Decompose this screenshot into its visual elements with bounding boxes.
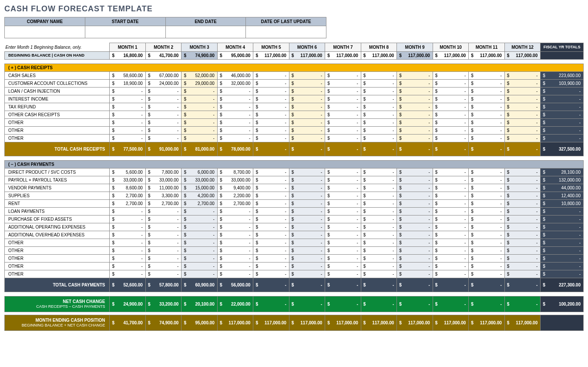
money-cell[interactable]: $2,700.00 [110,192,145,199]
money-cell[interactable]: $- [433,134,468,142]
money-cell[interactable]: $- [253,207,289,215]
money-cell[interactable]: $2,700.00 [181,199,217,207]
money-cell[interactable]: $- [325,95,361,103]
money-cell[interactable]: $- [217,207,253,215]
money-cell[interactable]: $- [541,215,584,223]
money-cell[interactable]: $- [110,118,145,126]
money-cell[interactable]: $- [217,87,253,95]
money-cell[interactable]: $- [397,118,433,126]
money-cell[interactable]: $- [181,270,217,278]
money-cell[interactable]: $- [253,296,289,312]
money-cell[interactable]: $- [504,118,540,126]
money-cell[interactable]: $9,400.00 [217,184,253,192]
money-cell[interactable]: $- [504,262,540,270]
money-cell[interactable]: $- [289,296,325,312]
money-cell[interactable]: $- [325,111,361,118]
money-cell[interactable]: $- [541,254,584,262]
money-cell[interactable]: $- [504,103,540,111]
money-cell[interactable]: $- [541,239,584,246]
money-cell[interactable]: $- [433,223,468,231]
money-cell[interactable]: $- [433,103,468,111]
money-cell[interactable]: $- [397,111,433,118]
money-cell[interactable]: $- [253,231,289,239]
money-cell[interactable]: $81,000.00 [181,142,217,156]
money-cell[interactable]: $7,800.00 [145,168,181,176]
money-cell[interactable]: $- [253,111,289,118]
money-cell[interactable]: $- [361,278,396,292]
money-cell[interactable]: $327,500.00 [541,142,584,156]
money-cell[interactable]: $- [110,254,145,262]
money-cell[interactable]: $- [361,231,396,239]
money-cell[interactable]: $- [145,231,181,239]
meta-cell[interactable] [246,26,326,38]
money-cell[interactable]: $- [469,71,504,79]
money-cell[interactable]: $18,900.00 [110,79,145,87]
money-cell[interactable]: $44,000.00 [541,184,584,192]
money-cell[interactable]: $52,600.00 [110,278,145,292]
money-cell[interactable]: $- [325,79,361,87]
money-cell[interactable]: $24,000.00 [145,79,181,87]
money-cell[interactable]: $- [541,111,584,118]
money-cell[interactable]: $- [217,223,253,231]
money-cell[interactable]: $- [361,223,396,231]
money-cell[interactable]: $117,000.00 [217,315,253,330]
money-cell[interactable]: $- [541,270,584,278]
money-cell[interactable]: $- [433,87,468,95]
money-cell[interactable]: $- [253,126,289,134]
money-cell[interactable]: $- [469,231,504,239]
money-cell[interactable]: $- [397,79,433,87]
money-cell[interactable]: $- [504,199,540,207]
money-cell[interactable]: $- [469,254,504,262]
money-cell[interactable]: $- [110,231,145,239]
money-cell[interactable]: $- [253,239,289,246]
money-cell[interactable]: $58,600.00 [110,71,145,79]
money-cell[interactable]: $- [361,246,396,254]
money-cell[interactable]: $- [181,215,217,223]
money-cell[interactable]: $33,000.00 [110,176,145,184]
money-cell[interactable]: $- [253,270,289,278]
money-cell[interactable]: $- [541,262,584,270]
money-cell[interactable]: $- [217,239,253,246]
money-cell[interactable]: $- [325,296,361,312]
money-cell[interactable]: $- [145,246,181,254]
money-cell[interactable]: $- [361,215,396,223]
money-cell[interactable]: $- [217,95,253,103]
money-cell[interactable]: $95,000.00 [181,315,217,330]
money-cell[interactable]: $117,000.00 [253,315,289,330]
money-cell[interactable]: $- [541,103,584,111]
money-cell[interactable]: $- [289,192,325,199]
money-cell[interactable]: $- [289,95,325,103]
money-cell[interactable]: $- [433,199,468,207]
money-cell[interactable]: $- [181,231,217,239]
money-cell[interactable]: $117,000.00 [325,51,361,59]
money-cell[interactable]: $117,000.00 [397,315,433,330]
money-cell[interactable]: $117,000.00 [504,315,540,330]
money-cell[interactable]: $- [433,168,468,176]
money-cell[interactable]: $- [253,134,289,142]
money-cell[interactable]: $- [504,246,540,254]
money-cell[interactable]: $132,000.00 [541,176,584,184]
money-cell[interactable]: $33,200.00 [145,296,181,312]
money-cell[interactable]: $- [361,111,396,118]
money-cell[interactable]: $- [397,223,433,231]
money-cell[interactable]: $- [397,134,433,142]
money-cell[interactable]: $11,000.00 [145,184,181,192]
money-cell[interactable]: $100,200.00 [541,296,584,312]
money-cell[interactable]: $- [361,254,396,262]
money-cell[interactable]: $- [469,87,504,95]
money-cell[interactable]: $- [361,239,396,246]
money-cell[interactable]: $- [361,207,396,215]
money-cell[interactable]: $117,000.00 [289,315,325,330]
money-cell[interactable]: $- [253,87,289,95]
money-cell[interactable]: $- [145,254,181,262]
money-cell[interactable]: $- [469,176,504,184]
money-cell[interactable]: $- [433,176,468,184]
money-cell[interactable]: $- [253,199,289,207]
money-cell[interactable]: $- [433,142,468,156]
money-cell[interactable]: $- [217,126,253,134]
money-cell[interactable]: $- [181,223,217,231]
money-cell[interactable]: $- [181,246,217,254]
money-cell[interactable]: $- [433,207,468,215]
money-cell[interactable]: $- [361,95,396,103]
money-cell[interactable]: $2,200.00 [217,192,253,199]
